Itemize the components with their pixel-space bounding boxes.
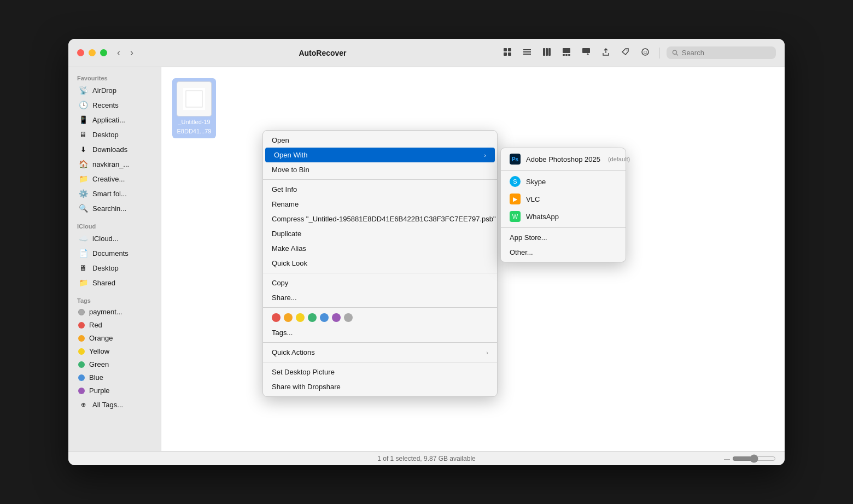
photoshop-icon: Ps: [510, 154, 521, 165]
svg-rect-8: [546, 48, 548, 56]
svg-line-19: [676, 54, 678, 56]
file-item[interactable]: _Untitled-19 E8DD41...79: [172, 78, 216, 138]
sidebar-item-tag-payment[interactable]: payment...: [72, 306, 157, 318]
close-button[interactable]: [77, 49, 84, 56]
share-button[interactable]: [598, 45, 614, 61]
icloud-header: iCloud: [68, 220, 161, 231]
column-view-button[interactable]: [539, 45, 554, 61]
sidebar-item-documents[interactable]: 📄 Documents: [72, 246, 157, 260]
home-icon: 🏠: [78, 159, 88, 169]
tag-button[interactable]: [618, 45, 633, 61]
color-dot-purple[interactable]: [332, 313, 341, 322]
submenu-vlc[interactable]: ▶ VLC: [501, 190, 626, 208]
sidebar-item-recents[interactable]: 🕒 Recents: [72, 98, 157, 112]
zoom-slider: —: [724, 454, 776, 463]
tag-dot-yellow: [78, 348, 85, 355]
window-title: AutoRecover: [145, 49, 500, 57]
svg-point-15: [627, 49, 628, 50]
sidebar-item-desktop[interactable]: 🖥 Desktop: [72, 127, 157, 142]
fullscreen-button[interactable]: [100, 49, 107, 56]
sidebar-item-icloud-desktop[interactable]: 🖥 Desktop: [72, 261, 157, 275]
menu-quick-actions[interactable]: Quick Actions ›: [263, 345, 497, 360]
minimize-button[interactable]: [89, 49, 96, 56]
menu-move-to-bin[interactable]: Move to Bin: [263, 162, 497, 177]
menu-separator-4: [263, 342, 497, 343]
sidebar-item-label: navkiran_...: [92, 160, 129, 168]
menu-open-with[interactable]: Open With › Ps Adobe Photoshop 2025 (def…: [265, 148, 495, 162]
menu-compress[interactable]: Compress "_Untitled-195881E8DD41E6B422B1…: [263, 212, 497, 226]
menu-quick-look[interactable]: Quick Look: [263, 256, 497, 271]
sidebar-item-tag-green[interactable]: Green: [72, 358, 157, 371]
sidebar-item-shared[interactable]: 📁 Shared: [72, 276, 157, 290]
color-dot-red[interactable]: [272, 313, 281, 322]
gallery-view-button[interactable]: [559, 45, 574, 61]
sidebar-item-smart-folder[interactable]: ⚙️ Smart fol...: [72, 186, 157, 201]
sidebar-item-label: Shared: [92, 279, 115, 287]
forward-button[interactable]: ›: [127, 46, 137, 60]
color-dots-row: [263, 310, 497, 325]
svg-rect-0: [504, 48, 507, 51]
sidebar-item-searching[interactable]: 🔍 Searchin...: [72, 201, 157, 215]
grid-view-button[interactable]: [500, 45, 515, 61]
sidebar-item-label: Applicati...: [92, 116, 125, 124]
sidebar-item-label: Searchin...: [92, 204, 126, 213]
vlc-icon: ▶: [510, 194, 521, 204]
svg-rect-5: [523, 51, 531, 52]
sidebar-item-home[interactable]: 🏠 navkiran_...: [72, 157, 157, 171]
more-view-button[interactable]: [579, 45, 594, 61]
back-button[interactable]: ‹: [114, 46, 124, 60]
submenu-whatsapp[interactable]: W WhatsApp: [501, 208, 626, 225]
svg-rect-13: [568, 54, 570, 56]
color-dot-orange[interactable]: [284, 313, 293, 322]
color-dot-grey[interactable]: [344, 313, 353, 322]
file-name-line2: E8DD41...79: [177, 128, 212, 135]
color-dot-blue[interactable]: [320, 313, 329, 322]
sidebar-item-label: Red: [89, 321, 102, 329]
sidebar-item-icloud[interactable]: ☁️ iCloud...: [72, 231, 157, 245]
menu-share-dropshare[interactable]: Share with Dropshare: [263, 379, 497, 394]
icloud-desktop-icon: 🖥: [78, 263, 88, 273]
svg-rect-1: [508, 48, 511, 51]
sidebar-item-tag-purple[interactable]: Purple: [72, 384, 157, 397]
search-bar: [667, 46, 776, 59]
sidebar-item-label: Smart fol...: [92, 190, 127, 198]
menu-duplicate[interactable]: Duplicate: [263, 226, 497, 241]
airdrop-icon: 📡: [78, 85, 88, 95]
submenu-photoshop[interactable]: Ps Adobe Photoshop 2025 (default): [501, 150, 626, 168]
sidebar-item-tag-yellow[interactable]: Yellow: [72, 345, 157, 358]
color-dot-green[interactable]: [308, 313, 317, 322]
menu-separator-3: [263, 307, 497, 308]
sidebar-item-applications[interactable]: 📱 Applicati...: [72, 113, 157, 127]
menu-tags[interactable]: Tags...: [263, 325, 497, 340]
menu-copy[interactable]: Copy: [263, 276, 497, 290]
list-view-button[interactable]: [519, 45, 535, 61]
content-area: Favourites 📡 AirDrop 🕒 Recents 📱 Applica…: [68, 67, 785, 451]
search-input[interactable]: [682, 49, 770, 57]
menu-set-desktop-picture[interactable]: Set Desktop Picture: [263, 365, 497, 379]
sidebar-item-all-tags[interactable]: ⊕ All Tags...: [72, 397, 157, 412]
sidebar-item-tag-orange[interactable]: Orange: [72, 332, 157, 344]
menu-open[interactable]: Open: [263, 133, 497, 148]
menu-separator-2: [263, 273, 497, 273]
sidebar-item-creative[interactable]: 📁 Creative...: [72, 172, 157, 186]
menu-share[interactable]: Share...: [263, 290, 497, 305]
menu-make-alias[interactable]: Make Alias: [263, 241, 497, 256]
sidebar-item-label: Desktop: [92, 264, 119, 272]
whatsapp-icon: W: [510, 211, 521, 222]
action-button[interactable]: ☺: [638, 45, 653, 61]
zoom-slider-input[interactable]: [732, 454, 776, 463]
svg-rect-4: [523, 49, 531, 50]
sidebar-item-tag-red[interactable]: Red: [72, 319, 157, 331]
sidebar-item-label: Orange: [89, 334, 113, 342]
finder-window: ‹ › AutoRecover: [68, 39, 785, 465]
color-dot-yellow[interactable]: [296, 313, 305, 322]
submenu-other[interactable]: Other...: [501, 245, 626, 260]
sidebar-item-tag-blue[interactable]: Blue: [72, 371, 157, 384]
submenu-skype[interactable]: S Skype: [501, 173, 626, 190]
sidebar-item-airdrop[interactable]: 📡 AirDrop: [72, 83, 157, 97]
menu-get-info[interactable]: Get Info: [263, 182, 497, 197]
menu-rename[interactable]: Rename: [263, 197, 497, 212]
sidebar-item-downloads[interactable]: ⬇ Downloads: [72, 142, 157, 156]
submenu-app-store[interactable]: App Store...: [501, 230, 626, 245]
svg-text:☺: ☺: [642, 49, 648, 55]
